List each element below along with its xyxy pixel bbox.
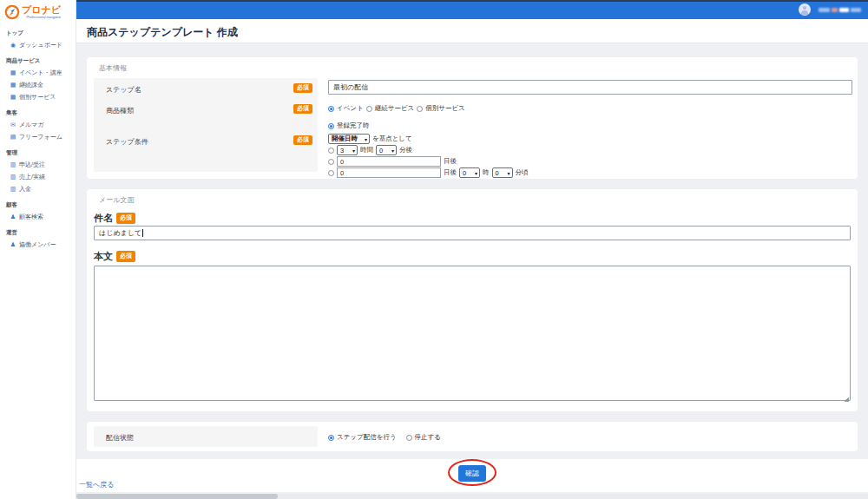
- basic-info-card: 基本情報 ステップ名 必須 商品種類 必須 ステップ条件 必須 イベント 継続サ…: [87, 57, 858, 179]
- days-after-input[interactable]: [337, 156, 441, 167]
- top-navigation-bar: [76, 0, 868, 19]
- chevron-down-icon: ▾: [475, 170, 477, 176]
- sidebar-item-orders[interactable]: ▥ 申込/受注: [10, 161, 76, 169]
- sidebar-section-operations: 運営: [6, 229, 76, 237]
- days-unit-label: 日後: [444, 168, 457, 177]
- chevron-down-icon: ▾: [365, 136, 367, 142]
- form-icon: ▤: [10, 134, 16, 141]
- sidebar-item-label: メルマガ: [19, 121, 44, 129]
- radio-label: 登録完了時: [337, 121, 370, 130]
- sidebar-item-events[interactable]: ▦ イベント・講座: [10, 69, 76, 77]
- sidebar-item-individual-service[interactable]: ▦ 個別サービス: [10, 93, 76, 102]
- calendar-icon: ▦: [10, 94, 16, 101]
- radio-hours-after[interactable]: [328, 148, 334, 154]
- minutes-after-label: 分後: [399, 146, 412, 154]
- hour-unit-label: 時間: [360, 146, 373, 154]
- radio-label: 継続サービス: [375, 104, 415, 113]
- page-title: 商品ステップテンプレート 作成: [87, 25, 238, 40]
- radio-label: 個別サービス: [425, 104, 465, 113]
- hour-select[interactable]: 3 ▾: [337, 145, 358, 155]
- radio-on-registration-complete[interactable]: [328, 123, 334, 129]
- scrollbar-thumb[interactable]: [76, 494, 278, 499]
- step-name-input[interactable]: [328, 80, 852, 95]
- radio-stop-delivery[interactable]: [406, 435, 412, 441]
- sidebar-item-label: 入金: [19, 185, 31, 194]
- delivery-radio-group: ステップ配信を行う 停止する: [328, 433, 441, 442]
- sidebar-item-customer-search[interactable]: ♟ 顧客検索: [10, 213, 76, 221]
- required-badge: 必須: [293, 104, 312, 114]
- radio-event[interactable]: [328, 106, 334, 112]
- subject-label: 件名必須: [94, 212, 135, 225]
- sidebar: プロナビ Professional navigator トップ ◉ ダッシュボー…: [0, 0, 76, 499]
- required-badge: 必須: [293, 135, 312, 145]
- calendar-icon: ▦: [10, 69, 16, 76]
- title-bar: 商品ステップテンプレート 作成: [76, 19, 868, 43]
- sidebar-item-payments[interactable]: ▥ 入金: [10, 185, 76, 194]
- mail-section-label: メール文面: [99, 195, 134, 205]
- delivery-status-label: 配信状態: [106, 433, 134, 443]
- brand-logo[interactable]: プロナビ Professional navigator: [0, 0, 76, 22]
- back-to-list-link[interactable]: 一覧へ戻る: [79, 480, 114, 489]
- around-minute-label: 分頃: [516, 168, 529, 177]
- sidebar-item-members[interactable]: ♟ 協働メンバー: [10, 240, 76, 249]
- select-value: 0: [496, 169, 499, 177]
- body-textarea[interactable]: [94, 266, 851, 401]
- person-icon: ♟: [10, 241, 16, 248]
- user-avatar-icon[interactable]: [799, 3, 811, 16]
- dashboard-icon: ◉: [10, 42, 16, 49]
- required-badge: 必須: [116, 213, 135, 224]
- chevron-down-icon: ▾: [352, 148, 355, 154]
- sidebar-item-dashboard[interactable]: ◉ ダッシュボード: [10, 41, 76, 49]
- product-type-radio-group: イベント 継続サービス 個別サービス: [328, 104, 465, 113]
- sidebar-item-label: 顧客検索: [19, 213, 43, 221]
- radio-days-after[interactable]: [328, 159, 334, 165]
- chevron-down-icon: ▾: [507, 170, 510, 176]
- sidebar-item-label: 継続課金: [19, 81, 43, 89]
- days-at-time-input[interactable]: [337, 167, 441, 178]
- user-name-redacted[interactable]: [819, 7, 861, 12]
- chevron-down-icon: ▾: [391, 148, 394, 154]
- subject-input[interactable]: はじめまして: [94, 226, 851, 240]
- basic-info-section-label: 基本情報: [99, 63, 127, 73]
- select-value: 3: [340, 147, 344, 154]
- required-badge: 必須: [293, 83, 312, 93]
- radio-label: イベント: [337, 104, 364, 113]
- mail-icon: ✉: [10, 121, 16, 128]
- window-top-edge: [0, 0, 868, 2]
- days-time-row: 日後 0 ▾ 時 0 ▾ 分頃: [328, 167, 529, 178]
- required-badge: 必須: [116, 251, 135, 262]
- radio-individual-service[interactable]: [417, 106, 423, 112]
- radio-continuous-service[interactable]: [366, 106, 372, 112]
- brand-tagline: Professional navigator: [22, 16, 61, 19]
- minute-select[interactable]: 0 ▾: [376, 145, 397, 155]
- sidebar-item-label: イベント・講座: [19, 69, 62, 77]
- body-label: 本文必須: [94, 250, 135, 263]
- radio-days-at-time[interactable]: [328, 170, 334, 176]
- sidebar-item-label: ダッシュボード: [19, 41, 62, 49]
- sidebar-item-subscription[interactable]: ▦ 継続課金: [10, 81, 76, 89]
- sidebar-item-label: 申込/受注: [19, 161, 45, 169]
- calendar-icon: ▦: [10, 82, 16, 89]
- at-minute-select[interactable]: 0 ▾: [492, 167, 513, 178]
- confirm-button[interactable]: 確認: [458, 465, 486, 482]
- delivery-label-panel: 配信状態: [94, 426, 318, 447]
- sidebar-section-products: 商品サービス: [6, 57, 76, 65]
- sidebar-item-sales[interactable]: ▥ 売上/実績: [10, 173, 76, 181]
- step-condition-label: ステップ条件: [106, 137, 148, 147]
- brand-name: プロナビ: [22, 5, 61, 15]
- radio-run-step-delivery[interactable]: [328, 435, 334, 441]
- horizontal-scrollbar[interactable]: [76, 494, 868, 499]
- sidebar-item-freeform[interactable]: ▤ フリーフォーム: [10, 133, 76, 141]
- step-name-label: ステップ名: [106, 85, 141, 95]
- base-point-suffix: を基点として: [372, 135, 412, 143]
- base-point-select[interactable]: 開催日時 ▾: [328, 134, 370, 144]
- main-content: 基本情報 ステップ名 必須 商品種類 必須 ステップ条件 必須 イベント 継続サ…: [76, 43, 868, 499]
- delivery-status-card: 配信状態 ステップ配信を行う 停止する: [87, 422, 858, 451]
- product-type-label: 商品種類: [106, 106, 134, 115]
- sidebar-item-newsletter[interactable]: ✉ メルマガ: [10, 121, 76, 129]
- compass-logo-icon: [4, 4, 20, 20]
- at-hour-select[interactable]: 0 ▾: [459, 167, 480, 178]
- sidebar-item-label: 売上/実績: [19, 173, 45, 181]
- book-icon: ▥: [10, 174, 16, 181]
- trigger-radio-row: 登録完了時: [328, 121, 370, 130]
